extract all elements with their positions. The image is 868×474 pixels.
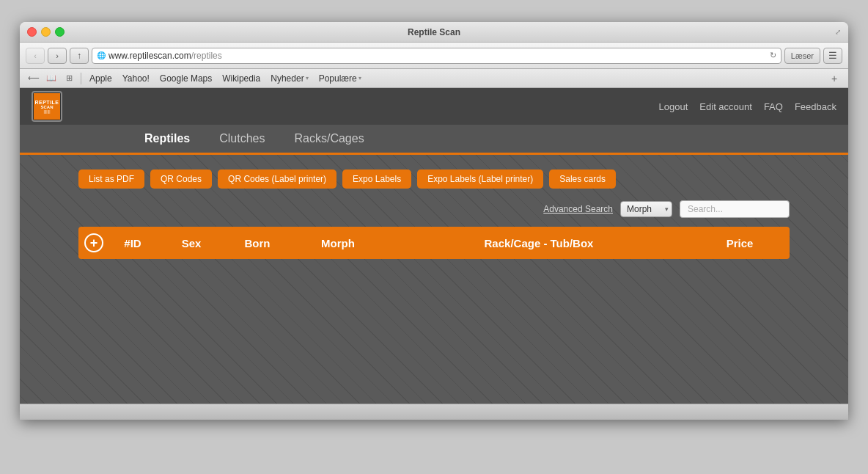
- refresh-button[interactable]: ↻: [770, 51, 776, 60]
- search-input[interactable]: [680, 200, 790, 218]
- bookmark-yahoo[interactable]: Yahoo!: [118, 72, 154, 85]
- column-sex: Sex: [162, 237, 221, 249]
- expo-labels-label-printer-button[interactable]: Expo Labels (Label printer): [417, 169, 543, 189]
- edit-account-link[interactable]: Edit account: [699, 101, 752, 112]
- title-bar: Reptile Scan ⤢: [20, 22, 848, 43]
- app-logo: REPTILE SCAN |||||||: [32, 91, 62, 122]
- maximize-button[interactable]: [55, 27, 65, 37]
- morph-select-wrapper: Morph All Normal Albino Piebald: [620, 201, 672, 217]
- main-content: List as PDF QR Codes QR Codes (Label pri…: [20, 155, 848, 412]
- back-icon[interactable]: ⟵: [26, 72, 42, 85]
- column-price: Price: [696, 237, 784, 249]
- bookmark-googlemaps[interactable]: Google Maps: [155, 72, 216, 85]
- feedback-link[interactable]: Feedback: [795, 101, 836, 112]
- tab-racks-cages[interactable]: Racks/Cages: [280, 125, 379, 153]
- bookmarks-bar: ⟵ 📖 ⊞ Apple Yahoo! Google Maps Wikipedia…: [20, 69, 848, 88]
- header-links: Logout Edit account FAQ Feedback: [659, 101, 836, 112]
- address-bar[interactable]: 🌐 www.reptilescan.com/reptiles ↻: [92, 48, 781, 64]
- new-tab-button[interactable]: ☰: [823, 48, 842, 64]
- bookmark-populaere[interactable]: Populære ▾: [315, 72, 366, 85]
- logout-link[interactable]: Logout: [659, 101, 688, 112]
- back-button[interactable]: ‹: [26, 48, 45, 64]
- add-reptile-button[interactable]: +: [84, 233, 103, 252]
- reading-list-icon[interactable]: 📖: [43, 72, 59, 85]
- app-nav: Reptiles Clutches Racks/Cages: [20, 125, 848, 155]
- dropdown-arrow-icon: ▾: [306, 75, 309, 81]
- column-id: #ID: [103, 237, 162, 249]
- table-header: + #ID Sex Born Morph Rack/Cage - Tub/Box…: [78, 227, 790, 259]
- minimize-button[interactable]: [41, 27, 51, 37]
- bookmark-wikipedia[interactable]: Wikipedia: [218, 72, 265, 85]
- grid-icon[interactable]: ⊞: [61, 72, 77, 85]
- search-row: Advanced Search Morph All Normal Albino …: [78, 200, 790, 218]
- forward-button[interactable]: ›: [48, 48, 67, 64]
- column-rack: Rack/Cage - Tub/Box: [382, 237, 696, 249]
- divider: [81, 73, 81, 84]
- app-header: REPTILE SCAN ||||||| Logout Edit account…: [20, 88, 848, 125]
- action-buttons: List as PDF QR Codes QR Codes (Label pri…: [78, 169, 790, 189]
- logo-inner: REPTILE SCAN |||||||: [34, 93, 60, 120]
- list-as-pdf-button[interactable]: List as PDF: [78, 169, 144, 189]
- logo-barcode-icon: |||||||: [43, 109, 50, 114]
- expo-labels-button[interactable]: Expo Labels: [342, 169, 411, 189]
- url-display: www.reptilescan.com/reptiles: [108, 51, 767, 61]
- share-button[interactable]: ↑: [70, 48, 89, 64]
- nav-bar: ‹ › ↑ 🌐 www.reptilescan.com/reptiles ↻ L…: [20, 43, 848, 69]
- ssl-icon: 🌐: [97, 51, 106, 59]
- column-morph: Morph: [294, 237, 382, 249]
- resize-icon: ⤢: [835, 28, 841, 36]
- add-bookmark-button[interactable]: +: [826, 72, 842, 85]
- advanced-search-link[interactable]: Advanced Search: [543, 204, 613, 214]
- column-born: Born: [221, 237, 294, 249]
- reader-button[interactable]: Læser: [784, 48, 820, 64]
- qr-codes-button[interactable]: QR Codes: [150, 169, 212, 189]
- morph-select[interactable]: Morph All Normal Albino Piebald: [620, 201, 672, 217]
- app-content: REPTILE SCAN ||||||| Logout Edit account…: [20, 88, 848, 404]
- bookmark-nyheder[interactable]: Nyheder ▾: [266, 72, 312, 85]
- window-title: Reptile Scan: [408, 27, 460, 37]
- qr-codes-label-printer-button[interactable]: QR Codes (Label printer): [218, 169, 336, 189]
- tab-clutches[interactable]: Clutches: [205, 125, 279, 153]
- traffic-lights: [27, 27, 65, 37]
- close-button[interactable]: [27, 27, 37, 37]
- dropdown-arrow-icon: ▾: [358, 75, 361, 81]
- logo-reptile-text: REPTILE: [34, 100, 59, 105]
- sales-cards-button[interactable]: Sales cards: [549, 169, 616, 189]
- tab-reptiles[interactable]: Reptiles: [130, 125, 205, 153]
- status-bar: [20, 404, 848, 420]
- browser-window: Reptile Scan ⤢ ‹ › ↑ 🌐 www.reptilescan.c…: [20, 22, 848, 420]
- faq-link[interactable]: FAQ: [764, 101, 783, 112]
- bookmark-apple[interactable]: Apple: [85, 72, 117, 85]
